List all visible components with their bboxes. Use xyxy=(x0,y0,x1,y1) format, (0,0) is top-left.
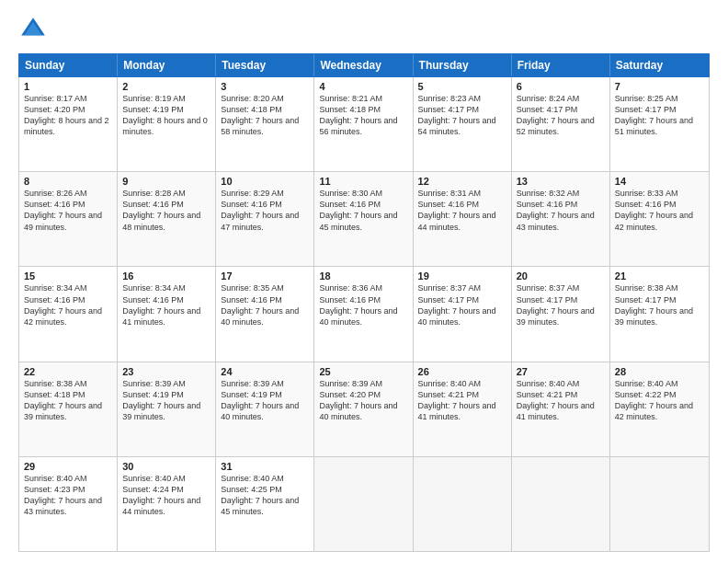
day-info: Sunrise: 8:26 AMSunset: 4:16 PMDaylight:… xyxy=(24,189,102,231)
day-cell-14: 14 Sunrise: 8:33 AMSunset: 4:16 PMDaylig… xyxy=(610,172,709,266)
day-cell-23: 23 Sunrise: 8:39 AMSunset: 4:19 PMDaylig… xyxy=(118,362,216,456)
day-info: Sunrise: 8:30 AMSunset: 4:16 PMDaylight:… xyxy=(319,189,397,231)
day-number: 2 xyxy=(122,81,210,92)
day-number: 27 xyxy=(517,366,605,377)
day-info: Sunrise: 8:37 AMSunset: 4:17 PMDaylight:… xyxy=(517,283,595,326)
day-number: 23 xyxy=(122,366,210,377)
day-info: Sunrise: 8:24 AMSunset: 4:17 PMDaylight:… xyxy=(517,94,595,136)
day-number: 16 xyxy=(122,270,210,282)
day-cell-18: 18 Sunrise: 8:36 AMSunset: 4:16 PMDaylig… xyxy=(314,267,413,361)
day-number: 25 xyxy=(319,366,407,377)
logo-icon xyxy=(18,15,48,44)
day-cell-15: 15 Sunrise: 8:34 AMSunset: 4:16 PMDaylig… xyxy=(19,267,118,361)
day-cell-16: 16 Sunrise: 8:34 AMSunset: 4:16 PMDaylig… xyxy=(118,267,216,361)
calendar-week-2: 8 Sunrise: 8:26 AMSunset: 4:16 PMDayligh… xyxy=(19,172,709,267)
day-number: 24 xyxy=(221,366,309,377)
day-number: 13 xyxy=(517,176,605,187)
day-cell-12: 12 Sunrise: 8:31 AMSunset: 4:16 PMDaylig… xyxy=(414,172,512,266)
day-info: Sunrise: 8:20 AMSunset: 4:18 PMDaylight:… xyxy=(221,94,299,136)
day-number: 31 xyxy=(221,461,309,472)
day-cell-11: 11 Sunrise: 8:30 AMSunset: 4:16 PMDaylig… xyxy=(314,172,413,266)
day-cell-25: 25 Sunrise: 8:39 AMSunset: 4:20 PMDaylig… xyxy=(314,362,413,456)
day-info: Sunrise: 8:33 AMSunset: 4:16 PMDaylight:… xyxy=(615,189,693,231)
day-info: Sunrise: 8:32 AMSunset: 4:16 PMDaylight:… xyxy=(517,189,595,231)
empty-cell xyxy=(414,457,512,551)
day-number: 22 xyxy=(24,366,112,377)
header-day-monday: Monday xyxy=(118,54,216,76)
day-cell-17: 17 Sunrise: 8:35 AMSunset: 4:16 PMDaylig… xyxy=(216,267,314,361)
day-info: Sunrise: 8:39 AMSunset: 4:19 PMDaylight:… xyxy=(122,379,200,421)
header-day-wednesday: Wednesday xyxy=(314,54,413,76)
calendar-header: SundayMondayTuesdayWednesdayThursdayFrid… xyxy=(18,53,710,77)
day-cell-22: 22 Sunrise: 8:38 AMSunset: 4:18 PMDaylig… xyxy=(19,362,118,456)
day-number: 10 xyxy=(221,176,309,187)
day-cell-9: 9 Sunrise: 8:28 AMSunset: 4:16 PMDayligh… xyxy=(118,172,216,266)
day-number: 9 xyxy=(122,176,210,187)
page: SundayMondayTuesdayWednesdayThursdayFrid… xyxy=(0,0,728,563)
day-cell-21: 21 Sunrise: 8:38 AMSunset: 4:17 PMDaylig… xyxy=(610,267,709,361)
day-info: Sunrise: 8:29 AMSunset: 4:16 PMDaylight:… xyxy=(221,189,299,231)
calendar-week-4: 22 Sunrise: 8:38 AMSunset: 4:18 PMDaylig… xyxy=(19,362,709,457)
day-cell-20: 20 Sunrise: 8:37 AMSunset: 4:17 PMDaylig… xyxy=(512,267,610,361)
day-cell-1: 1 Sunrise: 8:17 AMSunset: 4:20 PMDayligh… xyxy=(19,77,118,171)
day-number: 18 xyxy=(319,270,407,282)
day-info: Sunrise: 8:38 AMSunset: 4:17 PMDaylight:… xyxy=(615,283,693,326)
day-number: 17 xyxy=(221,270,309,282)
calendar-body: 1 Sunrise: 8:17 AMSunset: 4:20 PMDayligh… xyxy=(18,77,710,552)
day-number: 15 xyxy=(24,270,112,282)
day-info: Sunrise: 8:39 AMSunset: 4:19 PMDaylight:… xyxy=(221,379,299,421)
day-info: Sunrise: 8:40 AMSunset: 4:25 PMDaylight:… xyxy=(221,474,299,516)
day-number: 20 xyxy=(517,270,605,282)
day-number: 4 xyxy=(319,81,407,92)
day-info: Sunrise: 8:17 AMSunset: 4:20 PMDaylight:… xyxy=(24,94,109,136)
day-number: 5 xyxy=(418,81,506,92)
day-cell-6: 6 Sunrise: 8:24 AMSunset: 4:17 PMDayligh… xyxy=(512,77,610,171)
day-info: Sunrise: 8:21 AMSunset: 4:18 PMDaylight:… xyxy=(319,94,397,136)
day-number: 29 xyxy=(24,461,112,472)
header-day-saturday: Saturday xyxy=(610,54,709,76)
day-number: 7 xyxy=(615,81,704,92)
header-day-sunday: Sunday xyxy=(19,54,118,76)
day-info: Sunrise: 8:35 AMSunset: 4:16 PMDaylight:… xyxy=(221,283,299,326)
day-number: 3 xyxy=(221,81,309,92)
day-info: Sunrise: 8:37 AMSunset: 4:17 PMDaylight:… xyxy=(418,283,496,326)
empty-cell xyxy=(314,457,413,551)
day-cell-8: 8 Sunrise: 8:26 AMSunset: 4:16 PMDayligh… xyxy=(19,172,118,266)
day-info: Sunrise: 8:40 AMSunset: 4:24 PMDaylight:… xyxy=(122,474,200,516)
calendar: SundayMondayTuesdayWednesdayThursdayFrid… xyxy=(18,53,710,552)
day-info: Sunrise: 8:19 AMSunset: 4:19 PMDaylight:… xyxy=(122,94,208,136)
day-info: Sunrise: 8:36 AMSunset: 4:16 PMDaylight:… xyxy=(319,283,397,326)
day-cell-19: 19 Sunrise: 8:37 AMSunset: 4:17 PMDaylig… xyxy=(414,267,512,361)
day-cell-4: 4 Sunrise: 8:21 AMSunset: 4:18 PMDayligh… xyxy=(314,77,413,171)
day-cell-30: 30 Sunrise: 8:40 AMSunset: 4:24 PMDaylig… xyxy=(118,457,216,551)
day-cell-27: 27 Sunrise: 8:40 AMSunset: 4:21 PMDaylig… xyxy=(512,362,610,456)
logo xyxy=(18,15,51,44)
calendar-week-1: 1 Sunrise: 8:17 AMSunset: 4:20 PMDayligh… xyxy=(19,77,709,172)
day-number: 1 xyxy=(24,81,112,92)
header-day-thursday: Thursday xyxy=(414,54,512,76)
day-info: Sunrise: 8:28 AMSunset: 4:16 PMDaylight:… xyxy=(122,189,200,231)
day-number: 12 xyxy=(418,176,506,187)
day-number: 14 xyxy=(615,176,704,187)
day-number: 30 xyxy=(122,461,210,472)
day-cell-28: 28 Sunrise: 8:40 AMSunset: 4:22 PMDaylig… xyxy=(610,362,709,456)
day-info: Sunrise: 8:31 AMSunset: 4:16 PMDaylight:… xyxy=(418,189,496,231)
day-cell-29: 29 Sunrise: 8:40 AMSunset: 4:23 PMDaylig… xyxy=(19,457,118,551)
day-info: Sunrise: 8:34 AMSunset: 4:16 PMDaylight:… xyxy=(24,283,102,326)
day-info: Sunrise: 8:38 AMSunset: 4:18 PMDaylight:… xyxy=(24,379,102,421)
header-day-friday: Friday xyxy=(512,54,610,76)
day-info: Sunrise: 8:34 AMSunset: 4:16 PMDaylight:… xyxy=(122,283,200,326)
day-info: Sunrise: 8:23 AMSunset: 4:17 PMDaylight:… xyxy=(418,94,496,136)
day-info: Sunrise: 8:39 AMSunset: 4:20 PMDaylight:… xyxy=(319,379,397,421)
day-cell-7: 7 Sunrise: 8:25 AMSunset: 4:17 PMDayligh… xyxy=(610,77,709,171)
day-info: Sunrise: 8:40 AMSunset: 4:21 PMDaylight:… xyxy=(418,379,496,421)
day-cell-26: 26 Sunrise: 8:40 AMSunset: 4:21 PMDaylig… xyxy=(414,362,512,456)
day-number: 19 xyxy=(418,270,506,282)
header xyxy=(18,15,710,44)
header-day-tuesday: Tuesday xyxy=(216,54,314,76)
calendar-week-5: 29 Sunrise: 8:40 AMSunset: 4:23 PMDaylig… xyxy=(19,457,709,551)
day-info: Sunrise: 8:25 AMSunset: 4:17 PMDaylight:… xyxy=(615,94,693,136)
day-info: Sunrise: 8:40 AMSunset: 4:22 PMDaylight:… xyxy=(615,379,693,421)
day-info: Sunrise: 8:40 AMSunset: 4:23 PMDaylight:… xyxy=(24,474,102,516)
day-cell-2: 2 Sunrise: 8:19 AMSunset: 4:19 PMDayligh… xyxy=(118,77,216,171)
